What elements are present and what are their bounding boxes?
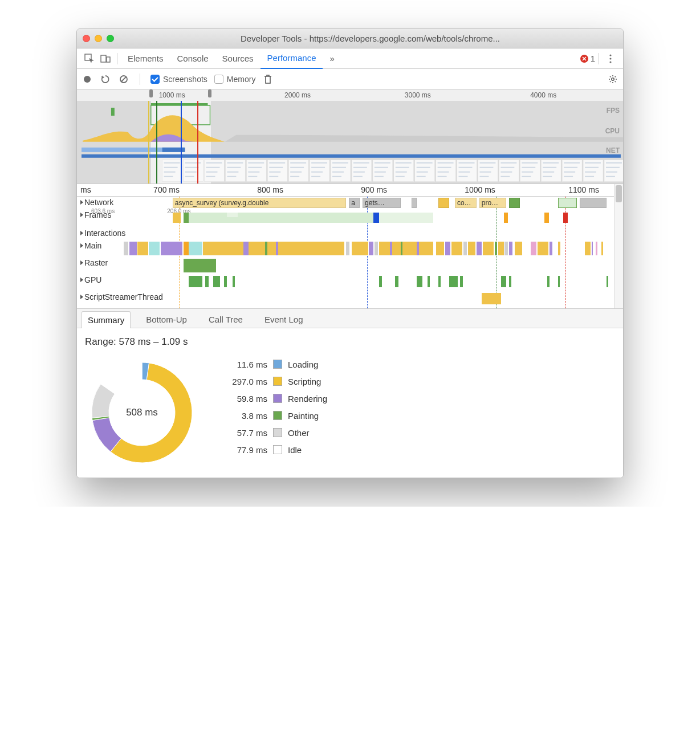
- track-interactions[interactable]: Interactions: [77, 227, 623, 240]
- error-icon: [580, 55, 588, 63]
- maximize-window-button[interactable]: [107, 35, 114, 42]
- memory-label: Memory: [227, 75, 256, 84]
- svg-rect-58: [332, 167, 346, 168]
- svg-rect-18: [164, 167, 178, 168]
- svg-rect-24: [185, 172, 197, 173]
- expand-icon[interactable]: [80, 260, 83, 265]
- svg-rect-90: [459, 176, 468, 177]
- svg-rect-28: [206, 167, 220, 168]
- network-bar[interactable]: [580, 198, 607, 208]
- network-bar[interactable]: pro…: [479, 198, 507, 208]
- error-badge[interactable]: 1: [580, 54, 595, 63]
- network-bar[interactable]: [558, 198, 577, 208]
- track-script-streamer[interactable]: ScriptStreamerThread: [77, 291, 623, 308]
- track-gpu[interactable]: GPU: [77, 274, 623, 291]
- clear-button[interactable]: [118, 74, 129, 85]
- legend-swatch: [273, 411, 282, 420]
- expand-icon[interactable]: [80, 278, 83, 282]
- network-bar[interactable]: [412, 198, 417, 208]
- svg-line-8: [121, 77, 126, 81]
- svg-rect-43: [269, 167, 283, 168]
- divider: [599, 53, 599, 64]
- details-tab-call-tree[interactable]: Call Tree: [202, 311, 249, 328]
- svg-rect-92: [479, 162, 495, 164]
- flame-ruler: ms 700 ms 800 ms 900 ms 1000 ms 1100 ms: [77, 184, 623, 197]
- main-tab-strip: ElementsConsoleSourcesPerformance » 1: [77, 48, 623, 69]
- screenshots-checkbox[interactable]: Screenshots: [150, 75, 207, 84]
- device-toolbar-icon[interactable]: [97, 51, 113, 67]
- garbage-collect-icon[interactable]: [262, 74, 274, 85]
- network-bar[interactable]: [438, 198, 449, 208]
- svg-rect-75: [396, 176, 405, 177]
- reload-record-button[interactable]: [100, 74, 111, 85]
- memory-checkbox[interactable]: Memory: [214, 75, 256, 84]
- svg-rect-64: [353, 172, 365, 173]
- svg-rect-1: [101, 55, 106, 62]
- expand-icon[interactable]: [80, 231, 83, 235]
- svg-rect-47: [290, 162, 306, 164]
- track-network[interactable]: Network async_survey (survey.g.double a …: [77, 197, 623, 209]
- svg-rect-79: [417, 172, 428, 173]
- capture-settings-icon[interactable]: [607, 74, 618, 85]
- details-tab-summary[interactable]: Summary: [82, 311, 131, 328]
- svg-rect-70: [375, 176, 384, 177]
- svg-rect-19: [164, 172, 176, 173]
- tab-elements[interactable]: Elements: [121, 48, 170, 69]
- details-tab-bottom-up[interactable]: Bottom-Up: [140, 311, 193, 328]
- legend-swatch: [273, 360, 282, 369]
- flame-chart[interactable]: ms 700 ms 800 ms 900 ms 1000 ms 1100 ms …: [77, 184, 623, 309]
- svg-rect-63: [353, 167, 367, 168]
- close-window-button[interactable]: [83, 35, 90, 42]
- checkbox-icon: [214, 75, 223, 84]
- overview-handle-left[interactable]: [149, 89, 153, 97]
- track-main[interactable]: Main: [77, 240, 623, 257]
- network-bar[interactable]: gets…: [363, 198, 401, 208]
- expand-icon[interactable]: [80, 243, 83, 248]
- legend-row: 3.8 ms Painting: [216, 407, 327, 424]
- details-tab-event-log[interactable]: Event Log: [258, 311, 310, 328]
- svg-rect-57: [332, 162, 348, 164]
- network-bar[interactable]: [509, 198, 520, 208]
- record-button[interactable]: [82, 74, 93, 85]
- track-frames[interactable]: Frames 603.6 ms 206.0 ms: [77, 209, 623, 227]
- summary-range: Range: 578 ms – 1.09 s: [85, 336, 615, 348]
- legend-label: Idle: [288, 445, 302, 455]
- legend-swatch: [273, 377, 282, 386]
- scrollbar-thumb[interactable]: [616, 185, 622, 202]
- ruler-tick: 4000 ms: [530, 91, 556, 99]
- tabs-overflow[interactable]: »: [323, 48, 341, 69]
- ruler-tick: 1000 ms: [159, 91, 185, 99]
- flame-scrollbar[interactable]: [614, 184, 623, 308]
- track-raster[interactable]: Raster: [77, 257, 623, 274]
- error-count: 1: [591, 54, 595, 63]
- minimize-window-button[interactable]: [95, 35, 102, 42]
- overview-handle-right[interactable]: [208, 89, 211, 97]
- svg-rect-33: [227, 167, 241, 168]
- tab-sources[interactable]: Sources: [215, 48, 261, 69]
- overview-lanes[interactable]: FPS CPU NET: [77, 101, 623, 184]
- expand-icon[interactable]: [80, 213, 83, 217]
- ruler-tick: 2000 ms: [284, 91, 311, 99]
- svg-rect-48: [290, 167, 304, 168]
- network-bar[interactable]: co…: [455, 198, 477, 208]
- timeline-overview[interactable]: 1000 ms 2000 ms 3000 ms 4000 ms: [77, 89, 623, 184]
- ruler-tick: 3000 ms: [405, 91, 431, 99]
- more-menu-icon[interactable]: [603, 54, 618, 63]
- performance-toolbar: Screenshots Memory: [77, 69, 623, 89]
- svg-rect-68: [375, 167, 388, 168]
- network-bar[interactable]: async_survey (survey.g.double: [173, 198, 347, 208]
- svg-rect-20: [164, 176, 173, 177]
- svg-rect-59: [332, 172, 344, 173]
- svg-rect-39: [248, 172, 259, 173]
- network-bar[interactable]: a: [349, 198, 360, 208]
- svg-point-3: [609, 54, 611, 56]
- inspect-element-icon[interactable]: [82, 51, 97, 67]
- expand-icon[interactable]: [80, 295, 83, 299]
- tab-console[interactable]: Console: [170, 48, 215, 69]
- tab-performance[interactable]: Performance: [261, 48, 323, 69]
- details-tab-strip: SummaryBottom-UpCall TreeEvent Log: [77, 309, 623, 328]
- svg-rect-37: [248, 162, 264, 164]
- expand-icon[interactable]: [80, 200, 83, 205]
- divider: [140, 74, 140, 85]
- svg-rect-107: [543, 162, 559, 164]
